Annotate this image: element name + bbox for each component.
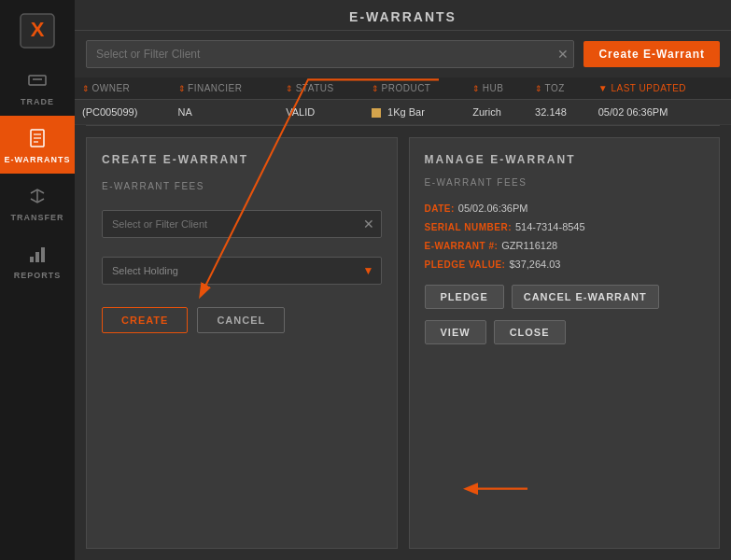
cell-hub: Zurich [465, 100, 527, 125]
manage-pledge-label: PLEDGE VALUE: [425, 259, 506, 270]
manage-actions-row2: VIEW CLOSE [425, 320, 705, 344]
create-warrant-button[interactable]: Create E-Warrant [583, 41, 720, 67]
table-section: ⇕OWNER ⇕FINANCIER ⇕STATUS ⇕PRODUCT ⇕HUB … [75, 77, 731, 125]
col-toz[interactable]: ⇕TOZ [527, 77, 591, 100]
col-owner[interactable]: ⇕OWNER [75, 77, 171, 100]
cell-status: VALID [278, 100, 364, 125]
sidebar-label-trade: TRADE [21, 97, 54, 106]
sidebar-item-ewarrants[interactable]: E-WARRANTS [0, 116, 75, 174]
manage-panel: MANAGE E-WARRANT E-WARRANT FEES DATE: 05… [409, 137, 721, 549]
manage-pledge-value-row: PLEDGE VALUE: $37,264.03 [425, 259, 705, 270]
filter-client-input[interactable] [86, 40, 574, 68]
create-panel: CREATE E-WARRANT E-WARRANT FEES ✕ Select… [86, 137, 398, 549]
trade-icon [24, 67, 50, 93]
close-button[interactable]: CLOSE [494, 320, 566, 344]
create-holding-select[interactable]: Select Holding [102, 257, 382, 285]
create-holding-wrap: Select Holding ▼ [102, 257, 382, 285]
manage-fees-label: E-WARRANT FEES [425, 177, 705, 188]
create-client-wrap: ✕ [102, 210, 382, 238]
manage-pledge-value: $37,264.03 [509, 259, 560, 270]
create-button[interactable]: CREATE [102, 307, 188, 333]
col-last-updated[interactable]: ▼ LAST UPDATED [591, 77, 731, 100]
manage-date-label: DATE: [425, 203, 455, 214]
filter-clear-button[interactable]: ✕ [557, 48, 569, 61]
manage-serial-value: 514-7314-8545 [515, 221, 585, 232]
product-color-dot [372, 108, 381, 118]
transfer-icon [24, 183, 50, 209]
page-title: E-WARRANTS [75, 0, 731, 31]
create-fees-label: E-WARRANT FEES [102, 181, 382, 191]
create-cancel-button[interactable]: CANCEL [197, 307, 285, 333]
sidebar-label-transfer: TRANSFER [11, 213, 64, 222]
ewarrants-icon [24, 125, 50, 151]
main-content: E-WARRANTS ✕ Create E-Warrant ⇕OWNER ⇕FI… [75, 0, 731, 560]
col-product[interactable]: ⇕PRODUCT [364, 77, 465, 100]
sidebar: X TRADE E-WARRANTS [0, 0, 75, 560]
cell-product: 1Kg Bar [364, 100, 465, 125]
sidebar-label-ewarrants: E-WARRANTS [5, 155, 71, 164]
create-action-buttons: CREATE CANCEL [102, 307, 382, 333]
sidebar-item-trade[interactable]: TRADE [0, 58, 75, 116]
pledge-button[interactable]: PLEDGE [425, 285, 504, 309]
table-row[interactable]: (PC005099) NA VALID 1Kg Bar Zurich 32.14… [75, 100, 731, 125]
svg-rect-11 [41, 247, 45, 262]
sidebar-item-reports[interactable]: REPORTS [0, 231, 75, 289]
panels-row: CREATE E-WARRANT E-WARRANT FEES ✕ Select… [75, 126, 731, 560]
col-hub[interactable]: ⇕HUB [465, 77, 527, 100]
col-status[interactable]: ⇕STATUS [278, 77, 364, 100]
create-client-input[interactable] [102, 210, 382, 238]
cell-toz: 32.148 [527, 100, 591, 125]
manage-date-value: 05/02.06:36PM [458, 203, 528, 214]
app-logo: X [14, 7, 61, 54]
svg-rect-10 [35, 252, 39, 262]
reports-icon [24, 241, 50, 267]
warrant-table: ⇕OWNER ⇕FINANCIER ⇕STATUS ⇕PRODUCT ⇕HUB … [75, 77, 731, 125]
manage-serial-label: SERIAL NUMBER: [425, 222, 512, 232]
manage-date-row: DATE: 05/02.06:36PM [425, 203, 705, 214]
manage-ewarrant-value: GZR116128 [501, 240, 557, 251]
cancel-warrant-button[interactable]: CANCEL E-WARRANT [512, 285, 659, 309]
create-client-clear-button[interactable]: ✕ [363, 217, 374, 231]
sidebar-item-transfer[interactable]: TRANSFER [0, 174, 75, 231]
content-area: ✕ Create E-Warrant ⇕OWNER ⇕FINANCIER ⇕ST… [75, 31, 731, 560]
manage-ewarrant-row: E-WARRANT #: GZR116128 [425, 240, 705, 251]
filter-input-wrap: ✕ [86, 40, 574, 68]
svg-text:X: X [31, 18, 45, 41]
manage-panel-title: MANAGE E-WARRANT [425, 153, 705, 166]
svg-rect-9 [30, 257, 34, 262]
manage-serial-row: SERIAL NUMBER: 514-7314-8545 [425, 221, 705, 232]
cell-last-updated: 05/02 06:36PM [591, 100, 731, 125]
sidebar-label-reports: REPORTS [14, 271, 62, 280]
col-financier[interactable]: ⇕FINANCIER [171, 77, 279, 100]
svg-rect-2 [29, 76, 46, 85]
manage-ewarrant-label: E-WARRANT #: [425, 241, 499, 251]
filter-bar: ✕ Create E-Warrant [75, 31, 731, 77]
cell-financier: NA [171, 100, 279, 125]
cell-owner: (PC005099) [75, 100, 171, 125]
manage-actions-row1: PLEDGE CANCEL E-WARRANT [425, 285, 705, 309]
view-button[interactable]: VIEW [425, 320, 486, 344]
create-panel-title: CREATE E-WARRANT [102, 153, 382, 166]
